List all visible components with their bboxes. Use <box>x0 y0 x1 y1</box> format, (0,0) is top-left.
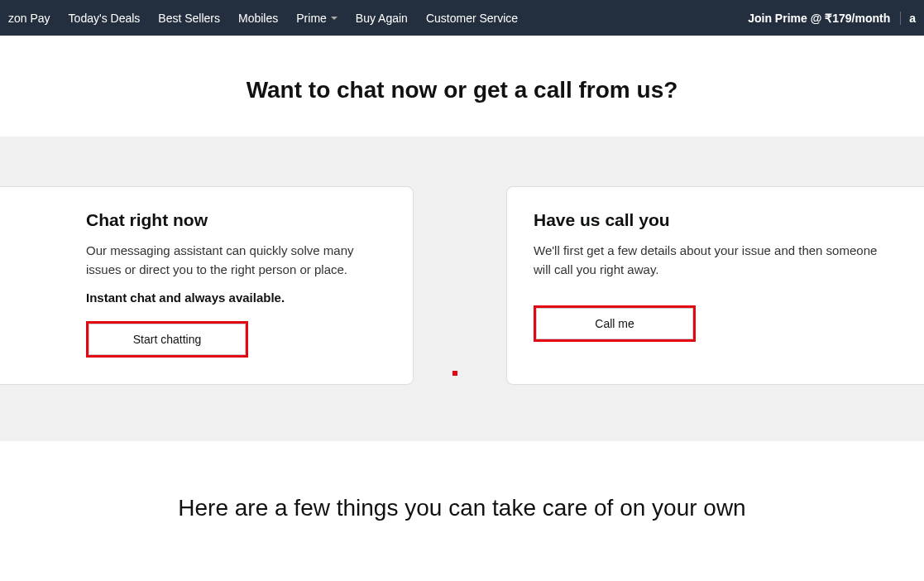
chat-card: Chat right now Our messaging assistant c… <box>0 186 414 385</box>
chat-card-bold: Instant chat and always available. <box>86 290 380 305</box>
call-card-title: Have us call you <box>534 210 898 230</box>
nav-item-customer-service[interactable]: Customer Service <box>426 12 518 25</box>
call-card-desc: We'll first get a few details about your… <box>534 242 898 279</box>
start-chatting-button[interactable]: Start chatting <box>89 324 246 355</box>
nav-item-todays-deals[interactable]: Today's Deals <box>69 12 141 25</box>
chat-card-title: Chat right now <box>86 210 380 230</box>
call-me-highlight: Call me <box>534 305 696 342</box>
chevron-down-icon <box>331 17 338 20</box>
nav-right-fragment: a <box>909 12 916 25</box>
start-chatting-highlight: Start chatting <box>86 321 248 358</box>
nav-item-best-sellers[interactable]: Best Sellers <box>158 12 220 25</box>
call-card: Have us call you We'll first get a few d… <box>506 186 924 385</box>
chat-card-desc: Our messaging assistant can quickly solv… <box>86 242 380 279</box>
lower-section-title: Here are a few things you can take care … <box>0 495 924 521</box>
options-section: Chat right now Our messaging assistant c… <box>0 137 924 441</box>
nav-item-prime-label: Prime <box>296 12 327 25</box>
nav-item-amazon-pay[interactable]: zon Pay <box>8 12 50 25</box>
nav-left-group: zon Pay Today's Deals Best Sellers Mobil… <box>8 12 518 25</box>
nav-item-prime[interactable]: Prime <box>296 12 338 25</box>
nav-join-prime[interactable]: Join Prime @ ₹179/month <box>748 12 901 25</box>
call-me-button[interactable]: Call me <box>536 308 693 339</box>
red-marker-icon <box>452 371 457 376</box>
nav-item-buy-again[interactable]: Buy Again <box>356 12 408 25</box>
nav-item-mobiles[interactable]: Mobiles <box>238 12 278 25</box>
top-nav: zon Pay Today's Deals Best Sellers Mobil… <box>0 0 924 36</box>
page-title: Want to chat now or get a call from us? <box>0 77 924 103</box>
